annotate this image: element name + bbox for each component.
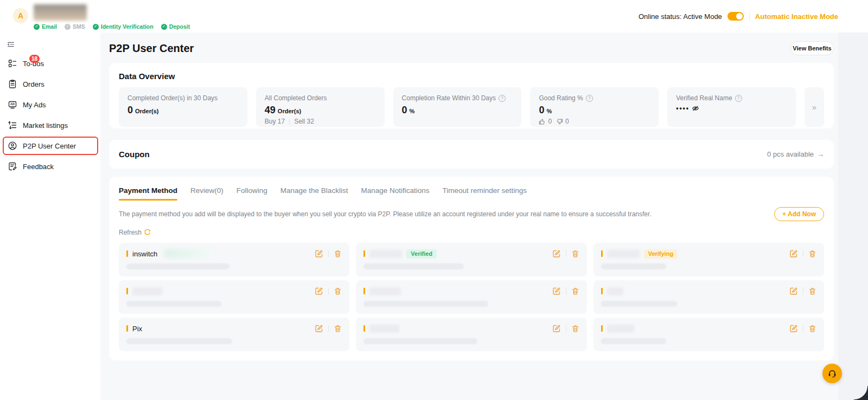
- accent-bar: [363, 288, 365, 294]
- chevrons-right-icon: »: [812, 102, 816, 112]
- verification-badges: ✓ Email ✓ SMS ✓ Identity Verification ✓ …: [34, 23, 190, 30]
- stat-value: 49: [265, 105, 276, 116]
- stat-unit: Order(s): [278, 108, 301, 114]
- delete-icon[interactable]: [571, 325, 579, 333]
- automatic-inactive-mode-link[interactable]: Automatic Inactive Mode: [755, 12, 838, 21]
- sidebar-item-market-listings[interactable]: Market listings: [0, 115, 100, 136]
- add-now-button[interactable]: + Add Now: [774, 207, 824, 221]
- divider: [803, 288, 803, 294]
- edit-icon[interactable]: [552, 324, 561, 333]
- delete-icon[interactable]: [334, 250, 342, 258]
- payment-method-card: [119, 280, 349, 314]
- todos-count-badge: 18: [29, 55, 40, 63]
- payment-method-card-inswitch: inswitch: [119, 243, 349, 276]
- blurred-detail: [601, 263, 666, 269]
- collapse-sidebar-icon[interactable]: [7, 40, 15, 49]
- svg-text:AD: AD: [10, 102, 15, 106]
- customer-support-button[interactable]: [822, 364, 842, 383]
- divider: [749, 13, 750, 20]
- identity-verified-badge: ✓ Identity Verification: [93, 23, 154, 30]
- stat-completed-30d: Completed Order(s) in 30 Days 0 Order(s): [119, 87, 247, 127]
- sidebar-item-p2p-user-center[interactable]: P2P User Center: [0, 136, 100, 156]
- edit-icon[interactable]: [552, 249, 561, 258]
- blurred-detail: [363, 263, 464, 269]
- help-icon[interactable]: ?: [499, 95, 506, 102]
- stat-unit: %: [410, 108, 415, 114]
- stat-completion-rate: Completion Rate Within 30 Days ? 0 %: [393, 87, 522, 127]
- refresh-control[interactable]: Refresh: [119, 229, 824, 236]
- payment-methods-card: Payment Method Review(0) Following Manag…: [109, 177, 834, 360]
- delete-icon[interactable]: [808, 287, 816, 295]
- edit-icon[interactable]: [789, 324, 798, 333]
- tab-manage-notifications[interactable]: Manage Notifications: [361, 186, 429, 201]
- view-benefits-button[interactable]: View Benefits: [790, 41, 834, 55]
- edit-icon[interactable]: [315, 249, 323, 258]
- edit-icon[interactable]: [789, 249, 798, 258]
- sidebar-item-my-ads[interactable]: AD My Ads: [0, 94, 100, 115]
- data-overview-card: Data Overview Completed Order(s) in 30 D…: [109, 63, 834, 128]
- delete-icon[interactable]: [334, 325, 342, 333]
- dislikes: 0: [556, 118, 569, 125]
- refresh-label: Refresh: [119, 229, 142, 236]
- sidebar-item-label: My Ads: [23, 101, 46, 109]
- avatar[interactable]: A: [13, 8, 28, 23]
- online-status-label: Online status: Active Mode: [639, 12, 722, 21]
- tab-payment-method[interactable]: Payment Method: [119, 186, 177, 201]
- delete-icon[interactable]: [334, 287, 342, 295]
- online-status-toggle[interactable]: [727, 12, 744, 21]
- refresh-icon[interactable]: [144, 229, 151, 236]
- delete-icon[interactable]: [571, 287, 579, 295]
- check-icon: ✓: [161, 24, 167, 30]
- tab-manage-blacklist[interactable]: Manage the Blacklist: [280, 186, 348, 201]
- stat-unit: %: [546, 108, 552, 114]
- thumbs-up-icon: [539, 118, 546, 125]
- stat-good-rating: Good Rating % ? 0 % 0: [530, 87, 659, 127]
- delete-icon[interactable]: [571, 250, 579, 258]
- blurred-detail: [126, 301, 221, 307]
- divider: [566, 250, 566, 257]
- delete-icon[interactable]: [808, 250, 816, 258]
- top-bar: A ✓ Email ✓ SMS ✓ Identity Verification …: [0, 0, 868, 33]
- blurred-name: [607, 325, 634, 333]
- payment-method-card: [356, 318, 586, 351]
- stat-value: 0: [402, 105, 407, 116]
- arrow-right-icon: →: [817, 150, 824, 158]
- accent-bar: [601, 288, 603, 294]
- blurred-detail: [601, 338, 666, 344]
- sidebar-item-label: P2P User Center: [23, 142, 76, 150]
- accent-bar: [126, 325, 128, 332]
- sidebar-item-feedback[interactable]: Feedback: [0, 156, 100, 177]
- sidebar-item-todos[interactable]: To-dos 18: [0, 53, 100, 74]
- edit-icon[interactable]: [315, 287, 323, 295]
- help-icon[interactable]: ?: [586, 95, 593, 102]
- sidebar-item-orders[interactable]: Orders: [0, 74, 100, 94]
- help-icon[interactable]: ?: [735, 95, 742, 102]
- edit-icon[interactable]: [552, 287, 561, 295]
- tab-review[interactable]: Review(0): [190, 186, 224, 201]
- stat-tiles: Completed Order(s) in 30 Days 0 Order(s)…: [119, 87, 824, 127]
- blurred-detail: [601, 301, 677, 307]
- edit-icon[interactable]: [315, 324, 323, 333]
- sidebar: To-dos 18 Orders AD My Ads Market listin…: [0, 33, 100, 400]
- accent-bar: [363, 325, 365, 332]
- blurred-name: [132, 287, 162, 295]
- coupon-available-link[interactable]: 0 pcs available →: [767, 150, 824, 158]
- eye-off-icon[interactable]: [692, 105, 699, 112]
- expand-stats-button[interactable]: »: [805, 87, 824, 127]
- market-listings-icon: [8, 120, 17, 130]
- stat-verified-real-name: Verified Real Name ? ••••: [667, 87, 796, 127]
- payment-method-card-verified: Verified: [356, 243, 586, 276]
- edit-icon[interactable]: [789, 287, 798, 295]
- online-status-controls: Online status: Active Mode Automatic Ina…: [639, 0, 838, 33]
- blurred-name: [369, 325, 399, 333]
- delete-icon[interactable]: [808, 325, 816, 333]
- accent-bar: [601, 325, 603, 332]
- tab-following[interactable]: Following: [237, 186, 267, 201]
- tab-timeout-reminder[interactable]: Timeout reminder settings: [442, 186, 527, 201]
- divider: [328, 325, 329, 332]
- payment-method-card: [356, 280, 586, 314]
- divider: [328, 250, 329, 257]
- divider: [566, 288, 566, 294]
- scroll-gutter: [838, 33, 868, 400]
- sidebar-menu: To-dos 18 Orders AD My Ads Market listin…: [0, 53, 100, 177]
